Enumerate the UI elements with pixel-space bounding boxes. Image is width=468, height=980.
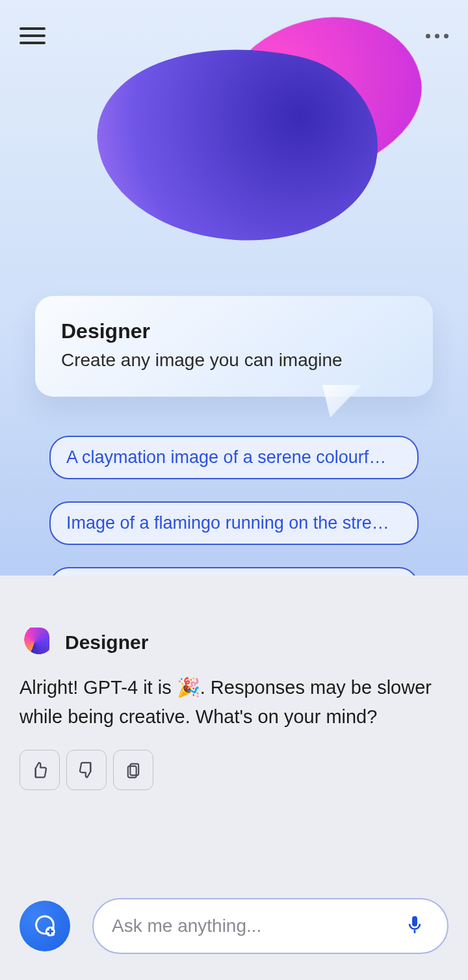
input-bar xyxy=(0,879,468,980)
intro-card: Designer Create any image you can imagin… xyxy=(35,296,433,397)
thumbs-up-icon xyxy=(30,760,49,780)
new-chat-icon xyxy=(32,913,58,939)
menu-icon[interactable] xyxy=(20,23,46,49)
thumbs-up-button[interactable] xyxy=(20,750,60,790)
suggestion-pill[interactable]: A claymation image of a serene colourf… xyxy=(49,436,419,479)
ask-input[interactable] xyxy=(112,916,400,936)
ask-input-container[interactable] xyxy=(92,898,448,954)
suggestion-pill[interactable]: Image of a flamingo running on the stre… xyxy=(49,501,419,545)
hero-section: Designer Create any image you can imagin… xyxy=(0,0,468,576)
message-sender: Designer xyxy=(65,631,148,654)
new-topic-button[interactable] xyxy=(20,901,70,951)
feedback-row xyxy=(20,750,448,790)
copy-button[interactable] xyxy=(113,750,153,790)
svg-rect-3 xyxy=(414,930,416,933)
microphone-button[interactable] xyxy=(400,910,429,942)
intro-title: Designer xyxy=(61,319,407,343)
message-header: Designer xyxy=(20,628,448,657)
more-options-icon[interactable] xyxy=(426,34,448,38)
thumbs-down-button[interactable] xyxy=(66,750,107,790)
intro-subtitle: Create any image you can imagine xyxy=(61,350,407,371)
message-body: Alright! GPT-4 it is 🎉. Responses may be… xyxy=(20,673,448,732)
thumbs-down-icon xyxy=(77,760,96,780)
designer-logo-icon xyxy=(20,628,49,657)
microphone-icon xyxy=(404,914,425,935)
copy-icon xyxy=(124,761,142,779)
top-bar xyxy=(0,0,468,52)
chat-area: Designer Alright! GPT-4 it is 🎉. Respons… xyxy=(0,576,468,879)
